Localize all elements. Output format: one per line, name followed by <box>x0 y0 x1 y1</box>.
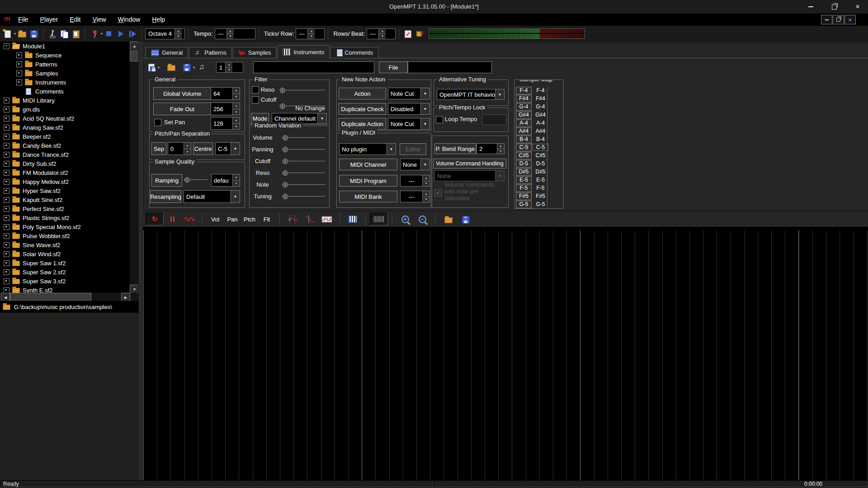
filter-envelope-button[interactable]: Flt <box>258 213 275 225</box>
global-volume-button[interactable]: Global Volume <box>153 87 211 100</box>
midi-program-spinner[interactable]: --- ▲▼ <box>400 175 430 187</box>
random-variation-slider[interactable] <box>282 170 325 176</box>
tree-item[interactable]: Patterns <box>0 60 138 69</box>
tree-item[interactable]: Acid SQ Neutral.sf2 <box>0 114 138 123</box>
cut-button[interactable] <box>47 29 57 39</box>
nna-action-dropdown[interactable]: Note Cut ▼ <box>388 88 430 99</box>
tree-item[interactable]: Dance Trance.sf2 <box>0 150 138 159</box>
save-envelope-button[interactable] <box>457 213 474 225</box>
tree-item[interactable]: Synth E.sf2 <box>0 286 138 293</box>
midi-bank-button[interactable]: MIDI Bank <box>339 191 397 202</box>
sample-map-mapped-note[interactable]: C-5 <box>533 144 548 150</box>
centre-dropdown[interactable]: C-5 ▼ <box>215 142 240 155</box>
sample-map-mapped-note[interactable]: A-4 <box>533 120 548 126</box>
resampling-dropdown-arrow-icon[interactable]: ▼ <box>231 191 240 202</box>
volume-command-handling-button[interactable]: Volume Command Handling <box>433 159 506 169</box>
open-instrument-button[interactable] <box>166 62 176 72</box>
zoom-in-button[interactable]: + <box>396 213 414 225</box>
save-instrument-dropdown-icon[interactable]: ▾ <box>193 66 195 70</box>
centre-button[interactable]: Centre <box>193 142 213 155</box>
sample-map-note-button[interactable]: F-4 <box>516 87 532 94</box>
tree-scroll-down-button[interactable]: ▼ <box>130 285 139 294</box>
tree-expander-icon[interactable] <box>4 206 9 212</box>
tree-expander-icon[interactable] <box>4 287 9 293</box>
sample-map-note-button[interactable]: C#5 <box>516 152 532 160</box>
stop-button[interactable] <box>104 29 114 39</box>
view-tab[interactable]: General <box>146 47 188 58</box>
octave-selector[interactable]: Octave 4 ▲▼ <box>145 28 185 39</box>
instrument-number-spinner[interactable]: 1 ▲▼ <box>216 62 243 73</box>
menu-item[interactable]: Player <box>34 14 64 26</box>
midi-program-button[interactable]: MIDI Program <box>339 175 397 187</box>
tree-item[interactable]: Module1 <box>0 42 138 51</box>
tree-item[interactable]: Kaputt Sine.sf2 <box>0 195 138 204</box>
close-button[interactable]: × <box>847 0 868 14</box>
sample-map-note-button[interactable]: C-5 <box>516 144 532 151</box>
alt-tuning-dropdown[interactable]: OpenMPT IT behaviou ▼ <box>437 89 505 100</box>
tree-expander-icon[interactable] <box>4 260 9 266</box>
fade-out-spinner[interactable]: 256 ▲▼ <box>211 103 240 115</box>
view-tab[interactable]: Patterns <box>189 47 231 58</box>
tree-vscroll-thumb[interactable] <box>130 51 139 61</box>
duplicate-action-button[interactable]: Duplicate Action <box>339 118 386 130</box>
sample-map-note-button[interactable]: G-4 <box>516 103 532 111</box>
tree-item[interactable]: Sine Wave.sf2 <box>0 240 138 249</box>
tree-item[interactable]: Happy Mellow.sf2 <box>0 177 138 186</box>
copy-button[interactable] <box>59 29 69 39</box>
random-variation-slider[interactable] <box>282 135 325 141</box>
tree-item[interactable]: Super Saw 1.sf2 <box>0 258 138 267</box>
tree-item[interactable]: FM Modulator.sf2 <box>0 168 138 177</box>
nna-action-button[interactable]: Action <box>339 88 386 99</box>
sample-map-mapped-note[interactable]: G-4 <box>533 103 548 110</box>
menu-item[interactable]: File <box>12 14 34 26</box>
filter-mode-dropdown-arrow-icon[interactable]: ▼ <box>317 113 326 123</box>
random-variation-slider[interactable] <box>282 158 325 164</box>
menu-item[interactable]: Edit <box>64 14 86 26</box>
pattern-editor-settings-button[interactable] <box>403 29 413 39</box>
piano-mode-button[interactable] <box>344 213 361 225</box>
rows-beat-field[interactable]: --- ▲▼ <box>367 28 396 39</box>
resampling-dropdown[interactable]: Default ▼ <box>184 190 240 203</box>
rows-beat-spinner[interactable]: ▲▼ <box>378 29 386 39</box>
midi-bank-spinner[interactable]: --- ▲▼ <box>400 191 430 202</box>
envelope-loop-button[interactable]: ↻ <box>146 213 164 225</box>
tree-item[interactable]: Perfect Sine.sf2 <box>0 204 138 213</box>
tree-item[interactable]: Analog Saw.sf2 <box>0 123 138 132</box>
tree-expander-icon[interactable] <box>4 134 9 140</box>
save-instrument-button[interactable] <box>182 62 192 72</box>
tempo-spinner[interactable]: ▲▼ <box>226 29 234 39</box>
sample-map-note-button[interactable]: D-5 <box>516 160 532 168</box>
tree-item[interactable]: Pulse Wobbler.sf2 <box>0 231 138 240</box>
sample-map-mapped-note[interactable]: D#5 <box>533 169 548 175</box>
file-button[interactable]: File <box>379 61 408 73</box>
zoom-out-button[interactable]: − <box>414 213 431 225</box>
cutoff-checkbox[interactable] <box>252 96 259 103</box>
remove-node-button[interactable] <box>301 213 318 225</box>
tree-expander-icon[interactable] <box>4 278 9 284</box>
volume-envelope-button[interactable]: Vol <box>207 213 224 225</box>
tree-expander-icon[interactable] <box>4 98 9 103</box>
metronome-dropdown-icon[interactable]: ▾ <box>101 32 103 36</box>
tree-expander-icon[interactable] <box>4 125 9 131</box>
tree-expander-icon[interactable] <box>4 116 9 122</box>
tree-expander-icon[interactable] <box>16 70 22 76</box>
random-variation-slider[interactable] <box>282 182 325 188</box>
sample-map-mapped-note[interactable]: C#5 <box>533 152 548 159</box>
envelope-sustain-button[interactable] <box>164 213 181 225</box>
tree-item[interactable]: gm.dls <box>0 105 138 114</box>
tree-item[interactable]: Sequence <box>0 51 138 60</box>
sample-map-note-button[interactable]: A-4 <box>516 119 532 127</box>
duplicate-check-dropdown[interactable]: Disabled ▼ <box>388 103 430 115</box>
sample-map-mapped-note[interactable]: E-5 <box>533 177 548 183</box>
sample-map-note-button[interactable]: F#4 <box>516 95 532 103</box>
tree-expander-icon[interactable] <box>16 61 22 67</box>
duplicate-action-dropdown[interactable]: Note Cut ▼ <box>388 118 430 130</box>
ticks-row-spinner[interactable]: ▲▼ <box>307 29 315 39</box>
sample-map-note-button[interactable]: E-5 <box>516 176 532 184</box>
midi-channel-button[interactable]: MIDI Channel <box>339 159 397 170</box>
tree-expander-icon[interactable] <box>4 215 9 221</box>
sample-map-mapped-note[interactable]: G#4 <box>533 112 548 118</box>
sample-map-mapped-note[interactable]: B-4 <box>533 136 548 142</box>
instrument-file-field[interactable] <box>408 61 492 73</box>
tree-expander-icon[interactable] <box>4 251 9 257</box>
